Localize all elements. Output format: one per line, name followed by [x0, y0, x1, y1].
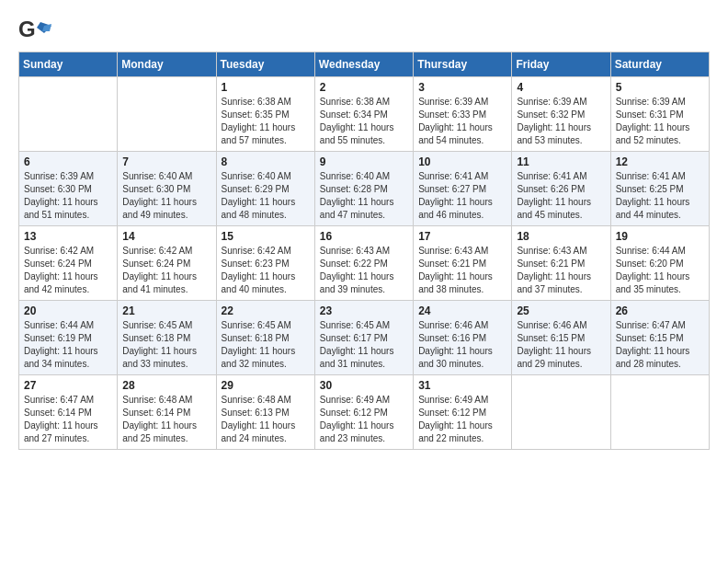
- calendar-cell: 6Sunrise: 6:39 AMSunset: 6:30 PMDaylight…: [19, 152, 118, 226]
- calendar-header-thursday: Thursday: [414, 52, 512, 77]
- calendar-cell: 31Sunrise: 6:49 AMSunset: 6:12 PMDayligh…: [414, 375, 512, 450]
- day-info: Sunrise: 6:38 AMSunset: 6:34 PMDaylight:…: [320, 96, 408, 147]
- day-number: 15: [222, 230, 310, 243]
- calendar-cell: 29Sunrise: 6:48 AMSunset: 6:13 PMDayligh…: [216, 375, 314, 450]
- day-number: 25: [517, 304, 605, 317]
- calendar-cell: 17Sunrise: 6:43 AMSunset: 6:21 PMDayligh…: [414, 226, 512, 301]
- calendar-cell: [512, 375, 610, 450]
- calendar-cell: 22Sunrise: 6:45 AMSunset: 6:18 PMDayligh…: [216, 301, 314, 375]
- calendar-header-tuesday: Tuesday: [216, 52, 314, 77]
- calendar-cell: 28Sunrise: 6:48 AMSunset: 6:14 PMDayligh…: [118, 375, 216, 450]
- day-number: 14: [122, 230, 210, 243]
- day-info: Sunrise: 6:38 AMSunset: 6:35 PMDaylight:…: [222, 96, 310, 147]
- day-number: 26: [616, 304, 704, 317]
- calendar-cell: 25Sunrise: 6:46 AMSunset: 6:15 PMDayligh…: [512, 301, 610, 375]
- calendar-cell: [118, 77, 216, 152]
- day-info: Sunrise: 6:44 AMSunset: 6:19 PMDaylight:…: [24, 319, 112, 371]
- calendar-header-monday: Monday: [118, 52, 216, 77]
- calendar-cell: [19, 77, 118, 152]
- calendar-cell: 21Sunrise: 6:45 AMSunset: 6:18 PMDayligh…: [118, 301, 216, 375]
- day-number: 4: [517, 81, 605, 94]
- calendar-cell: 30Sunrise: 6:49 AMSunset: 6:12 PMDayligh…: [314, 375, 413, 450]
- day-number: 20: [24, 304, 112, 317]
- calendar-week-5: 27Sunrise: 6:47 AMSunset: 6:14 PMDayligh…: [19, 375, 710, 450]
- day-number: 17: [418, 230, 506, 243]
- day-number: 29: [222, 379, 310, 392]
- page-header: G: [18, 18, 710, 44]
- calendar-cell: 13Sunrise: 6:42 AMSunset: 6:24 PMDayligh…: [19, 226, 118, 301]
- day-info: Sunrise: 6:48 AMSunset: 6:14 PMDaylight:…: [122, 394, 210, 445]
- calendar-week-2: 6Sunrise: 6:39 AMSunset: 6:30 PMDaylight…: [19, 152, 710, 226]
- calendar-cell: 5Sunrise: 6:39 AMSunset: 6:31 PMDaylight…: [610, 77, 709, 152]
- logo-icon: G: [18, 18, 51, 44]
- calendar-table: SundayMondayTuesdayWednesdayThursdayFrid…: [18, 52, 710, 450]
- calendar-cell: 1Sunrise: 6:38 AMSunset: 6:35 PMDaylight…: [216, 77, 314, 152]
- calendar-header-row: SundayMondayTuesdayWednesdayThursdayFrid…: [19, 52, 710, 77]
- day-info: Sunrise: 6:44 AMSunset: 6:20 PMDaylight:…: [616, 245, 704, 296]
- calendar-week-3: 13Sunrise: 6:42 AMSunset: 6:24 PMDayligh…: [19, 226, 710, 301]
- day-info: Sunrise: 6:43 AMSunset: 6:22 PMDaylight:…: [320, 245, 408, 296]
- calendar-cell: 8Sunrise: 6:40 AMSunset: 6:29 PMDaylight…: [216, 152, 314, 226]
- day-number: 28: [122, 379, 210, 392]
- calendar-cell: 9Sunrise: 6:40 AMSunset: 6:28 PMDaylight…: [314, 152, 413, 226]
- logo: G: [18, 18, 57, 44]
- day-info: Sunrise: 6:39 AMSunset: 6:32 PMDaylight:…: [517, 96, 605, 147]
- day-number: 7: [122, 155, 210, 168]
- calendar-cell: 7Sunrise: 6:40 AMSunset: 6:30 PMDaylight…: [118, 152, 216, 226]
- day-number: 24: [418, 304, 506, 317]
- day-number: 9: [320, 155, 408, 168]
- day-number: 30: [320, 379, 408, 392]
- calendar-cell: 20Sunrise: 6:44 AMSunset: 6:19 PMDayligh…: [19, 301, 118, 375]
- day-number: 31: [418, 379, 506, 392]
- calendar-header-sunday: Sunday: [19, 52, 118, 77]
- day-info: Sunrise: 6:47 AMSunset: 6:15 PMDaylight:…: [616, 319, 704, 371]
- calendar-week-1: 1Sunrise: 6:38 AMSunset: 6:35 PMDaylight…: [19, 77, 710, 152]
- day-number: 27: [24, 379, 112, 392]
- calendar-cell: 4Sunrise: 6:39 AMSunset: 6:32 PMDaylight…: [512, 77, 610, 152]
- calendar-cell: 23Sunrise: 6:45 AMSunset: 6:17 PMDayligh…: [314, 301, 413, 375]
- calendar-cell: 12Sunrise: 6:41 AMSunset: 6:25 PMDayligh…: [610, 152, 709, 226]
- day-info: Sunrise: 6:48 AMSunset: 6:13 PMDaylight:…: [222, 394, 310, 445]
- day-number: 6: [24, 155, 112, 168]
- day-info: Sunrise: 6:46 AMSunset: 6:15 PMDaylight:…: [517, 319, 605, 371]
- calendar-cell: 19Sunrise: 6:44 AMSunset: 6:20 PMDayligh…: [610, 226, 709, 301]
- day-info: Sunrise: 6:42 AMSunset: 6:24 PMDaylight:…: [122, 245, 210, 296]
- calendar-cell: 10Sunrise: 6:41 AMSunset: 6:27 PMDayligh…: [414, 152, 512, 226]
- day-info: Sunrise: 6:41 AMSunset: 6:26 PMDaylight:…: [517, 170, 605, 222]
- day-info: Sunrise: 6:39 AMSunset: 6:30 PMDaylight:…: [24, 170, 112, 222]
- day-info: Sunrise: 6:49 AMSunset: 6:12 PMDaylight:…: [418, 394, 506, 445]
- day-info: Sunrise: 6:40 AMSunset: 6:28 PMDaylight:…: [320, 170, 408, 222]
- day-number: 5: [616, 81, 704, 94]
- day-number: 22: [222, 304, 310, 317]
- day-number: 21: [122, 304, 210, 317]
- calendar-cell: 16Sunrise: 6:43 AMSunset: 6:22 PMDayligh…: [314, 226, 413, 301]
- calendar-week-4: 20Sunrise: 6:44 AMSunset: 6:19 PMDayligh…: [19, 301, 710, 375]
- day-info: Sunrise: 6:43 AMSunset: 6:21 PMDaylight:…: [517, 245, 605, 296]
- day-number: 12: [616, 155, 704, 168]
- day-info: Sunrise: 6:46 AMSunset: 6:16 PMDaylight:…: [418, 319, 506, 371]
- day-number: 16: [320, 230, 408, 243]
- calendar-header-wednesday: Wednesday: [314, 52, 413, 77]
- day-info: Sunrise: 6:45 AMSunset: 6:17 PMDaylight:…: [320, 319, 408, 371]
- day-info: Sunrise: 6:39 AMSunset: 6:31 PMDaylight:…: [616, 96, 704, 147]
- day-info: Sunrise: 6:43 AMSunset: 6:21 PMDaylight:…: [418, 245, 506, 296]
- calendar-header-friday: Friday: [512, 52, 610, 77]
- day-info: Sunrise: 6:45 AMSunset: 6:18 PMDaylight:…: [222, 319, 310, 371]
- day-number: 2: [320, 81, 408, 94]
- svg-text:G: G: [18, 18, 36, 41]
- calendar-cell: [610, 375, 709, 450]
- calendar-cell: 26Sunrise: 6:47 AMSunset: 6:15 PMDayligh…: [610, 301, 709, 375]
- day-info: Sunrise: 6:49 AMSunset: 6:12 PMDaylight:…: [320, 394, 408, 445]
- calendar-cell: 24Sunrise: 6:46 AMSunset: 6:16 PMDayligh…: [414, 301, 512, 375]
- day-number: 10: [418, 155, 506, 168]
- day-number: 1: [222, 81, 310, 94]
- calendar-cell: 15Sunrise: 6:42 AMSunset: 6:23 PMDayligh…: [216, 226, 314, 301]
- day-info: Sunrise: 6:47 AMSunset: 6:14 PMDaylight:…: [24, 394, 112, 445]
- calendar-cell: 11Sunrise: 6:41 AMSunset: 6:26 PMDayligh…: [512, 152, 610, 226]
- day-number: 19: [616, 230, 704, 243]
- day-info: Sunrise: 6:41 AMSunset: 6:27 PMDaylight:…: [418, 170, 506, 222]
- calendar-cell: 3Sunrise: 6:39 AMSunset: 6:33 PMDaylight…: [414, 77, 512, 152]
- day-info: Sunrise: 6:45 AMSunset: 6:18 PMDaylight:…: [122, 319, 210, 371]
- day-info: Sunrise: 6:39 AMSunset: 6:33 PMDaylight:…: [418, 96, 506, 147]
- day-number: 18: [517, 230, 605, 243]
